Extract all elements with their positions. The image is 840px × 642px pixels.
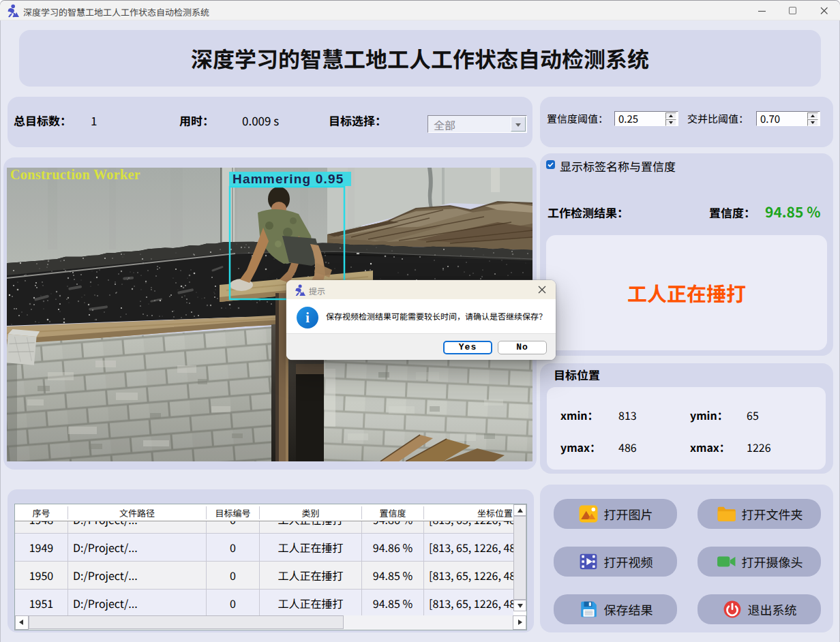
svg-text:Hammering 0.95: Hammering 0.95 [232, 172, 344, 186]
svg-text:Construction Worker: Construction Worker [10, 168, 140, 182]
